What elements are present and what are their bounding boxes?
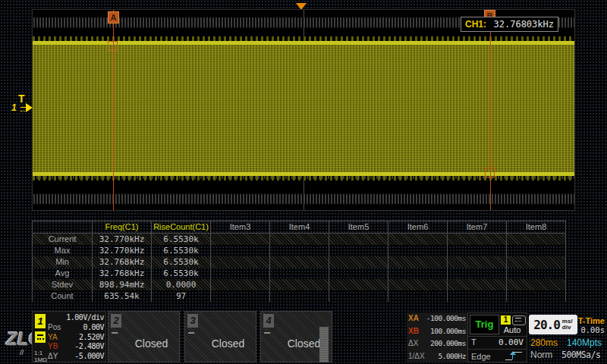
row-label: Stdev <box>32 279 93 290</box>
cell <box>329 256 388 268</box>
cell <box>448 234 507 245</box>
sample-rate: 500MSa/s <box>561 350 600 360</box>
ch1-position-marker[interactable]: 1 <box>11 102 17 113</box>
cell <box>211 290 270 302</box>
ch1-ya-label: YA <box>48 333 58 341</box>
ch2-status-block[interactable]: 2 Closed <box>108 311 180 362</box>
rising-edge-icon[interactable] <box>505 351 524 361</box>
timebase-box[interactable]: 20.0 ms/ div <box>529 315 577 334</box>
trigger-level-value[interactable]: 0.00V <box>498 337 524 348</box>
row-label: Avg <box>32 268 93 279</box>
cell <box>329 245 388 256</box>
trigger-coupling-icon[interactable] <box>512 315 526 325</box>
table-row: Min 32.768kHz 6.5530k <box>32 256 566 268</box>
measure-header-blank <box>32 221 93 233</box>
ch1-yb-value: -2.480V <box>74 342 104 350</box>
cell <box>211 256 270 268</box>
ch1-dy-value: -5.000V <box>74 352 104 360</box>
cell: 898.94mHz <box>93 279 152 290</box>
measure-header-freq[interactable]: Freq(C1) <box>93 221 152 233</box>
cell <box>329 268 388 279</box>
cell: 6.5530k <box>152 245 211 256</box>
ch1-waveform <box>33 41 574 176</box>
acquisition-mode: Norm <box>530 350 552 360</box>
cell: 6.5530k <box>152 234 211 245</box>
measure-header-item6[interactable]: Item6 <box>388 221 448 233</box>
cell <box>388 279 448 290</box>
dx-value: 200.000ms <box>430 338 466 349</box>
cell <box>388 245 448 256</box>
ch1-status-block[interactable]: 1 1:1 1MΩ 1.00V/div Pos 0.00V YA 2.520V … <box>32 311 106 362</box>
trigger-level-label: T <box>471 337 476 348</box>
row-label: Current <box>32 234 93 245</box>
freq-readout-box: CH1: 32.76803kHz <box>461 17 558 32</box>
measure-header-risecount[interactable]: RiseCount(C1) <box>152 221 211 233</box>
trig-indicator: Trig <box>470 315 499 334</box>
cell <box>507 245 566 256</box>
cursor-a-label[interactable]: A <box>108 11 119 24</box>
cursor-b-marker[interactable] <box>485 168 495 177</box>
cell: 6.5530k <box>152 268 211 279</box>
ch1-yb-label: YB <box>48 342 58 350</box>
cell <box>270 234 329 245</box>
cursor-b-line[interactable] <box>490 10 491 210</box>
cell: 635.54k <box>93 290 152 302</box>
cell <box>507 279 566 290</box>
t-time-label: T-Time <box>575 316 605 325</box>
cell <box>507 268 566 279</box>
measure-header-item7[interactable]: Item7 <box>448 221 507 233</box>
ch3-badge[interactable]: 3 <box>187 314 198 328</box>
inv-dx-value: 5.000Hz <box>438 351 466 362</box>
trigger-panel[interactable]: Trig 1 Auto T 0.00V Edge <box>467 312 527 362</box>
ch4-badge[interactable]: 4 <box>263 314 274 328</box>
trigger-mode[interactable]: Auto <box>498 325 526 334</box>
panel-expand-handle[interactable] <box>319 327 329 362</box>
table-row: Max 32.770kHz 6.5530k <box>32 245 566 256</box>
oscilloscope-screen: A B CH1: 32.76803kHz T 1 Freq(C1) RiseCo… <box>0 0 607 364</box>
cell <box>448 279 507 290</box>
t-time-value: 0.00s <box>575 325 605 334</box>
ch1-dy-label: ΔY <box>48 352 58 360</box>
cell <box>388 234 448 245</box>
cell: 0.0000 <box>152 279 211 290</box>
cell <box>329 290 388 302</box>
ch1-dc-coupling-icon[interactable] <box>35 331 46 343</box>
timebase-value: 20.0 <box>533 318 560 332</box>
cell <box>388 268 448 279</box>
cell <box>329 234 388 245</box>
table-row: Stdev 898.94mHz 0.0000 <box>32 279 566 290</box>
measure-header-item3[interactable]: Item3 <box>211 221 270 233</box>
xa-label: XA <box>408 313 419 324</box>
cell: 6.5530k <box>152 256 211 268</box>
row-label: Max <box>32 245 93 256</box>
ch1-scale: 1.00V/div <box>66 313 104 322</box>
cell <box>388 256 448 268</box>
cell: 32.770kHz <box>93 245 152 256</box>
table-row: Count 635.54k 97 <box>32 290 566 302</box>
trigger-source-badge[interactable]: 1 <box>501 315 511 325</box>
cell <box>507 256 566 268</box>
measure-header-item5[interactable]: Item5 <box>329 221 388 233</box>
trigger-type[interactable]: Edge <box>471 352 491 361</box>
measurement-table: Freq(C1) RiseCount(C1) Item3 Item4 Item5… <box>32 221 566 302</box>
ch1-position-arrow-icon[interactable] <box>26 103 33 112</box>
ch2-badge[interactable]: 2 <box>111 314 121 328</box>
trigger-level-marker[interactable]: T <box>18 93 25 105</box>
cursor-a-marker[interactable] <box>108 41 118 51</box>
cell <box>329 279 388 290</box>
timebase-unit-bottom: div <box>562 324 571 331</box>
measure-header-item4[interactable]: Item4 <box>270 221 329 233</box>
cell <box>211 279 270 290</box>
measure-header-item8[interactable]: Item8 <box>507 221 566 233</box>
capture-duration: 280ms <box>530 337 558 348</box>
ch1-badge[interactable]: 1 <box>35 314 46 328</box>
cell <box>507 290 566 302</box>
cursor-a-line[interactable] <box>113 10 114 210</box>
row-label: Min <box>32 256 93 268</box>
ch3-status-block[interactable]: 3 Closed <box>184 311 256 362</box>
ch4-coupling-dash-icon <box>264 332 270 334</box>
logo-slope-icon: // <box>20 349 24 356</box>
ch1-pos-value: 0.00V <box>83 323 104 331</box>
inv-dx-label: 1/ΔX <box>408 351 425 362</box>
cell <box>448 256 507 268</box>
